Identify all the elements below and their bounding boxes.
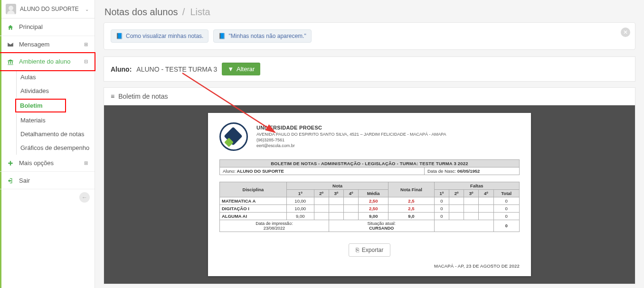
boletim-panel: ≡ Boletim de notas UNIVERSIDADE PROESC A…: [104, 87, 635, 284]
cell-n2: [314, 205, 329, 213]
list-icon: ≡: [111, 93, 114, 100]
cell-f3: [464, 205, 479, 213]
cell-media: 2,50: [359, 197, 388, 205]
cell-media: 9,00: [359, 213, 388, 220]
help-bar: 📘 Como visualizar minhas notas. 📘 "Minha…: [104, 22, 635, 50]
cell-disc: ALGUMA AI: [220, 213, 287, 220]
cell-final: 9,0: [388, 213, 434, 220]
col-n3: 3º: [329, 190, 343, 197]
home-icon: [7, 23, 14, 31]
cell-f3: [464, 197, 479, 205]
nav-mais-opcoes-label: Mais opções: [19, 159, 54, 167]
doc-address: AVENIDA PAULO DO ESPIRITO SANTO SILVA, 4…: [256, 131, 446, 137]
cell-f1: 0: [434, 205, 449, 213]
exportar-button-label: Exportar: [362, 247, 383, 253]
doc-aluno-label: Aluno:: [223, 168, 236, 174]
help-link-nao-aparecem-label: "Minhas notas não aparecem.": [228, 33, 306, 39]
cell-f4: [479, 197, 493, 205]
panel-body: UNIVERSIDADE PROESC AVENIDA PAULO DO ESP…: [104, 105, 635, 284]
nav-principal[interactable]: Principal: [0, 19, 95, 36]
cell-n3: [329, 213, 343, 220]
col-f2: 2º: [449, 190, 464, 197]
nav-ambiente-aluno[interactable]: Ambiente do aluno ⊟: [0, 52, 95, 71]
sub-graficos[interactable]: Gráficos de desempenho: [16, 141, 95, 155]
help-close-button[interactable]: ✕: [621, 28, 630, 37]
nav-mensagem-label: Mensagem: [19, 41, 49, 48]
impr-value: 23/08/2022: [264, 226, 285, 231]
col-notafinal: Nota Final: [388, 182, 434, 197]
col-ftotal: Total: [493, 190, 519, 197]
col-f1: 1º: [434, 190, 449, 197]
page-header: Notas dos alunos / Lista: [95, 0, 644, 22]
aluno-value: ALUNO - TESTE TURMA 3: [136, 65, 217, 73]
close-icon: ✕: [623, 29, 628, 36]
cell-final: 2,5: [388, 205, 434, 213]
doc-phone: (96)3285-7561: [256, 137, 446, 143]
col-n2: 2º: [314, 190, 329, 197]
doc-aluno-value: ALUNO DO SUPORTE: [237, 168, 284, 174]
sub-aulas[interactable]: Aulas: [16, 70, 95, 84]
sit-label: Situação atual:: [367, 221, 396, 226]
col-f4: 4º: [479, 190, 493, 197]
sub-boletim[interactable]: Boletim: [15, 99, 66, 112]
sub-aulas-label: Aulas: [20, 74, 36, 81]
doc-bol-title: BOLETIM DE NOTAS - ADMINISTRAÇÃO - LEGIS…: [220, 160, 519, 167]
cell-n1: 10,00: [286, 205, 314, 213]
breadcrumb: Lista: [190, 7, 210, 17]
mail-icon: [7, 41, 14, 48]
grades-table: Disciplina Nota Nota Final Faltas 1º 2º …: [219, 182, 520, 232]
help-link-visualizar[interactable]: 📘 Como visualizar minhas notas.: [111, 29, 208, 43]
sub-boletim-label: Boletim: [20, 102, 43, 109]
chevron-down-icon: ⌄: [85, 7, 89, 12]
table-row: DIGITAÇÃO I10,002,502,500: [220, 205, 520, 213]
collapse-icon: ⊟: [84, 59, 88, 64]
impr-label: Data de impressão:: [256, 221, 293, 226]
cell-f2: [449, 213, 464, 220]
sidebar: ALUNO DO SUPORTE ⌄ Principal Mensagem ⊞ …: [0, 0, 95, 288]
user-menu[interactable]: ALUNO DO SUPORTE ⌄: [0, 0, 95, 19]
cell-ftot: 0: [493, 213, 519, 220]
filter-icon: ▼: [227, 65, 234, 73]
main-content: Notas dos alunos / Lista 📘 Como visualiz…: [95, 0, 644, 288]
cell-f1: 0: [434, 197, 449, 205]
export-icon: ⎘: [356, 247, 359, 253]
arrow-left-icon: ←: [79, 192, 90, 203]
cell-final: 2,5: [388, 197, 434, 205]
sub-atividades[interactable]: Atividades: [16, 84, 95, 98]
cell-media: 2,50: [359, 205, 388, 213]
table-row: ALGUMA AI9,009,009,000: [220, 213, 520, 220]
school-logo: [219, 122, 248, 151]
cell-f4: [479, 205, 493, 213]
nav-sair-label: Sair: [19, 177, 30, 184]
sub-materiais[interactable]: Materiais: [16, 113, 95, 127]
alterar-button[interactable]: ▼ Alterar: [222, 63, 260, 75]
boletim-document: UNIVERSIDADE PROESC AVENIDA PAULO DO ESP…: [208, 113, 531, 276]
sidebar-collapse[interactable]: ←: [0, 189, 95, 205]
cell-n1: 9,00: [286, 213, 314, 220]
doc-nasc-value: 06/05/1952: [457, 168, 480, 174]
nav-mais-opcoes[interactable]: Mais opções ⊞: [0, 155, 95, 172]
cell-n2: [314, 213, 329, 220]
cell-f2: [449, 197, 464, 205]
cell-disc: MATEMATICA A: [220, 197, 287, 205]
nav-ambiente-submenu: Aulas Atividades Boletim Materiais Detal…: [0, 70, 95, 155]
sub-materiais-label: Materiais: [20, 117, 46, 124]
nav-sair[interactable]: Sair: [0, 172, 95, 189]
exportar-button[interactable]: ⎘ Exportar: [349, 243, 390, 257]
total-faltas: 0: [493, 220, 519, 232]
nav-mensagem[interactable]: Mensagem ⊞: [0, 36, 95, 54]
cell-n4: [343, 213, 358, 220]
cell-n3: [329, 197, 343, 205]
page-title: Notas dos alunos: [104, 7, 178, 17]
cell-n4: [343, 205, 358, 213]
sub-detalhamento-label: Detalhamento de notas: [20, 130, 84, 138]
panel-header: ≡ Boletim de notas: [104, 88, 635, 105]
sit-value: CURSANDO: [369, 226, 394, 231]
col-nota: Nota: [286, 182, 388, 190]
nav-ambiente-label: Ambiente do aluno: [19, 58, 70, 65]
cell-n3: [329, 205, 343, 213]
bank-icon: [7, 58, 14, 65]
sub-detalhamento[interactable]: Detalhamento de notas: [16, 127, 95, 141]
help-link-nao-aparecem[interactable]: 📘 "Minhas notas não aparecem.": [213, 29, 311, 43]
cell-f1: 0: [434, 213, 449, 220]
